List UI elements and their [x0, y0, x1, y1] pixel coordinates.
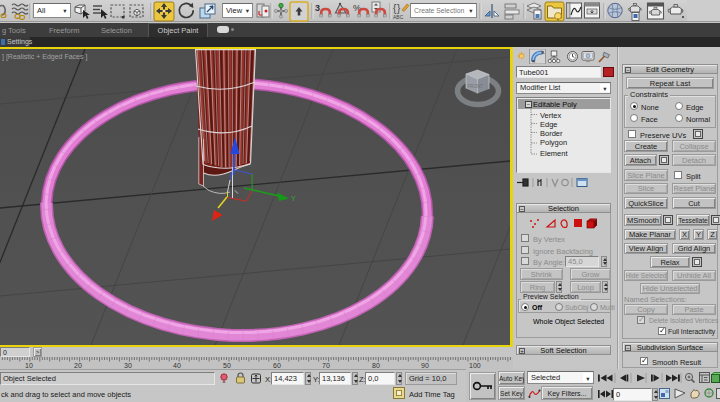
svg-text:Y: Y: [291, 195, 296, 202]
svg-text:}: }: [397, 3, 401, 14]
svg-text:ABC: ABC: [393, 14, 404, 20]
svg-text:3: 3: [315, 3, 320, 13]
svg-text:FRONT: FRONT: [468, 84, 484, 89]
svg-text:] [Realistic + Edged Faces ]: ] [Realistic + Edged Faces ]: [2, 53, 87, 61]
